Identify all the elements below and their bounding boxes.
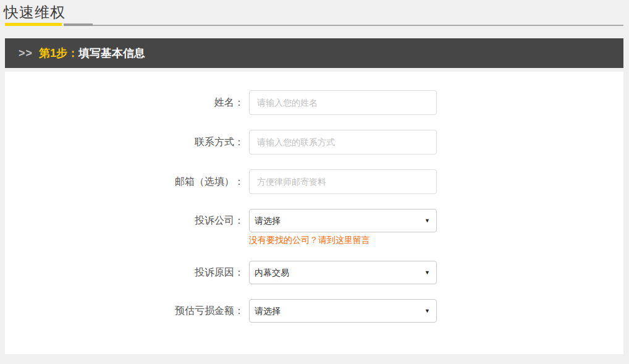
email-input[interactable] [249,169,437,194]
title-underline-secondary [64,23,93,26]
contact-label: 联系方式： [5,136,244,149]
company-control-column: 请选择 ▼ 没有要找的公司？请到这里留言 [249,209,437,246]
step-header-bar: >> 第1步 ： 填写基本信息 [5,38,623,68]
form-row-contact: 联系方式： [5,130,623,154]
company-select-wrap: 请选择 ▼ [249,209,437,232]
step-number: 第1步 [39,46,67,61]
title-underline-rule [93,25,623,26]
contact-input[interactable] [249,130,437,154]
loss-amount-select-wrap: 请选择 ▼ [249,299,437,323]
title-underline-accent [5,23,62,26]
basic-info-form: 姓名： 联系方式： 邮箱（选填）： 投诉公司： 请选择 ▼ [5,90,623,323]
company-feedback-link[interactable]: 没有要找的公司？请到这里留言 [249,235,370,246]
form-row-company: 投诉公司： 请选择 ▼ 没有要找的公司？请到这里留言 [5,209,623,246]
form-panel: 姓名： 联系方式： 邮箱（选填）： 投诉公司： 请选择 ▼ [5,72,623,354]
reason-control-column: 内幕交易 ▼ [249,261,437,284]
name-input[interactable] [249,90,437,115]
email-label: 邮箱（选填）： [5,176,244,188]
form-row-email: 邮箱（选填）： [5,169,623,194]
form-row-loss-amount: 预估亏损金额： 请选择 ▼ [5,299,623,323]
company-select[interactable]: 请选择 [249,209,437,232]
company-label: 投诉公司： [5,209,244,232]
form-row-reason: 投诉原因： 内幕交易 ▼ [5,261,623,284]
reason-label: 投诉原因： [5,266,244,279]
step-title: 填写基本信息 [78,46,145,61]
loss-amount-label: 预估亏损金额： [5,305,244,318]
double-chevron-icon: >> [19,47,33,60]
reason-select[interactable]: 内幕交易 [249,261,437,284]
step-separator: ： [67,46,78,61]
page: 快速维权 >> 第1步 ： 填写基本信息 姓名： 联系方式： 邮箱（选填）： 投… [0,0,629,364]
reason-select-wrap: 内幕交易 ▼ [249,261,437,284]
loss-amount-select[interactable]: 请选择 [249,299,437,323]
form-row-name: 姓名： [5,90,623,115]
name-label: 姓名： [5,96,244,109]
loss-amount-control-column: 请选择 ▼ [249,299,437,323]
page-title: 快速维权 [4,2,65,22]
